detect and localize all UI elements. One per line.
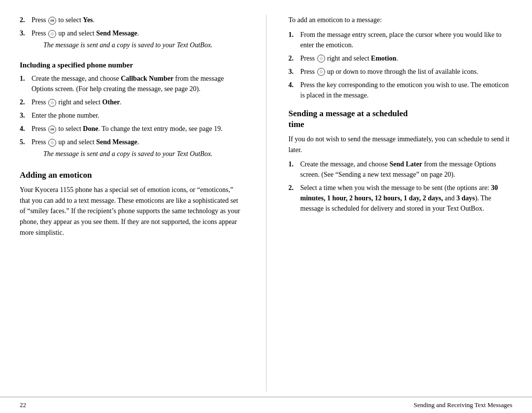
- nav-icon: [317, 55, 325, 63]
- scheduled-list: 1. Create the message, and choose Send L…: [289, 159, 513, 214]
- scheduled-intro: If you do not wish to send the message i…: [289, 134, 513, 155]
- list-content: Press up or down to move through the lis…: [300, 66, 513, 77]
- nav-icon: [48, 99, 56, 107]
- right-column: To add an emoticon to a message: 1. From…: [281, 15, 513, 392]
- section-title-adding-emoticon: Adding an emoticon: [20, 170, 244, 181]
- list-number: 4.: [289, 80, 299, 100]
- list-item: 4. Press to select Done. To change the t…: [20, 124, 244, 134]
- list-number: 2.: [20, 97, 30, 107]
- bold-text: Other: [102, 98, 120, 106]
- list-number: 2.: [289, 53, 299, 64]
- bold-text: Done: [83, 125, 98, 132]
- list-number: 1.: [289, 159, 299, 180]
- list-item: 2. Press right and select Other.: [20, 97, 244, 107]
- list-content: Create the message, and choose Send Late…: [300, 159, 513, 180]
- list-item: 4. Press the key corresponding to the em…: [289, 80, 513, 100]
- bold-text: Send Later: [390, 160, 423, 168]
- list-content: Enter the phone number.: [32, 110, 244, 121]
- list-item: 1. Create the message, and choose Send L…: [289, 159, 513, 180]
- footer: 22 Sending and Receiving Text Messages: [0, 397, 532, 413]
- top-list: 2. Press to select Yes. 3. Press up and …: [20, 15, 244, 53]
- list-content: Press up and select Send Message. The me…: [32, 137, 244, 162]
- ok-icon: [48, 126, 56, 133]
- sub-text: The message is sent and a copy is saved …: [43, 40, 244, 50]
- emoticon-list: 1. From the message entry screen, place …: [289, 30, 513, 100]
- page-number: 22: [20, 401, 26, 409]
- body-text: Your Kyocera 1155 phone has a special se…: [20, 185, 244, 238]
- list-item: 2. Press to select Yes.: [20, 15, 244, 25]
- column-divider: [266, 15, 266, 392]
- intro-text: To add an emoticon to a message:: [289, 15, 513, 26]
- list-item: 1. Create the message, and choose Callba…: [20, 73, 244, 94]
- footer-title: Sending and Receiving Text Messages: [414, 401, 512, 409]
- bold-text: Callback Number: [121, 75, 173, 82]
- bold-text: Yes: [83, 16, 93, 24]
- list-number: 3.: [20, 110, 30, 121]
- list-item: 3. Press up or down to move through the …: [289, 66, 513, 77]
- left-column: 2. Press to select Yes. 3. Press up and …: [20, 15, 251, 392]
- sub-text: The message is sent and a copy is saved …: [43, 149, 244, 159]
- section-title-scheduled: Sending a message at a scheduled time: [289, 108, 513, 130]
- content-area: 2. Press to select Yes. 3. Press up and …: [0, 0, 532, 392]
- list-content: Press up and select Send Message. The me…: [32, 28, 244, 53]
- bold-text: Emotion: [371, 55, 396, 62]
- list-content: From the message entry screen, place the…: [300, 30, 513, 50]
- list-number: 2.: [289, 183, 299, 214]
- list-content: Press right and select Other.: [32, 97, 244, 107]
- list-number: 3.: [289, 66, 299, 77]
- list-content: Press to select Yes.: [32, 15, 244, 25]
- list-number: 1.: [20, 73, 30, 94]
- nav-icon: [48, 30, 56, 38]
- list-item: 3. Enter the phone number.: [20, 110, 244, 121]
- nav-icon: [317, 68, 325, 76]
- bold-text: Send Message: [96, 30, 137, 37]
- list-content: Press the key corresponding to the emoti…: [300, 80, 513, 100]
- list-number: 4.: [20, 124, 30, 134]
- page: 2. Press to select Yes. 3. Press up and …: [0, 0, 532, 413]
- list-number: 1.: [289, 30, 299, 50]
- list-content: Create the message, and choose Callback …: [32, 73, 244, 94]
- bold-last: 3 days: [456, 194, 475, 202]
- list-item: 2. Press right and select Emotion.: [289, 53, 513, 64]
- list-number: 3.: [20, 28, 30, 53]
- nav-icon: [48, 139, 56, 147]
- section-title: Including a specified phone number: [20, 61, 244, 69]
- list-content: Press right and select Emotion.: [300, 53, 513, 64]
- list-content: Select a time when you wish the message …: [300, 183, 513, 214]
- ok-icon: [48, 17, 56, 25]
- list-content: Press to select Done. To change the text…: [32, 124, 244, 134]
- bold-text: Send Message: [96, 138, 137, 146]
- list-item: 3. Press up and select Send Message. The…: [20, 28, 244, 53]
- list-item: 5. Press up and select Send Message. The…: [20, 137, 244, 162]
- list-item: 2. Select a time when you wish the messa…: [289, 183, 513, 214]
- section1-list: 1. Create the message, and choose Callba…: [20, 73, 244, 162]
- list-number: 2.: [20, 15, 30, 25]
- list-item: 1. From the message entry screen, place …: [289, 30, 513, 50]
- list-number: 5.: [20, 137, 30, 162]
